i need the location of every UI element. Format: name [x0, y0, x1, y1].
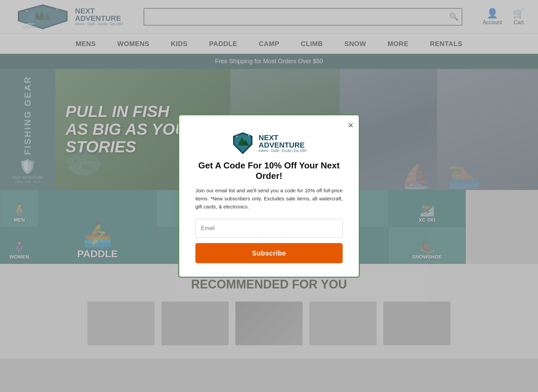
email-signup-modal: × NEXTADVENTURE Inform · Outfit · Excite…	[178, 114, 360, 278]
modal-close-button[interactable]: ×	[348, 121, 353, 130]
svg-point-17	[248, 135, 249, 136]
modal-email-input[interactable]	[195, 219, 343, 238]
modal-body: Join our email list and we'll send you a…	[195, 187, 343, 211]
modal-logo: NEXTADVENTURE Inform · Outfit · Excite |…	[231, 131, 307, 155]
modal-overlay[interactable]: × NEXTADVENTURE Inform · Outfit · Excite…	[0, 0, 538, 359]
modal-title: Get A Code For 10% Off Your Next Order!	[195, 160, 343, 181]
svg-point-16	[236, 135, 238, 137]
modal-subscribe-button[interactable]: Subscribe	[195, 243, 343, 263]
modal-logo-shield	[231, 131, 255, 155]
modal-logo-tagline: Inform · Outfit · Excite | Est.1997	[259, 149, 307, 153]
modal-logo-brand: NEXTADVENTURE	[259, 134, 307, 149]
